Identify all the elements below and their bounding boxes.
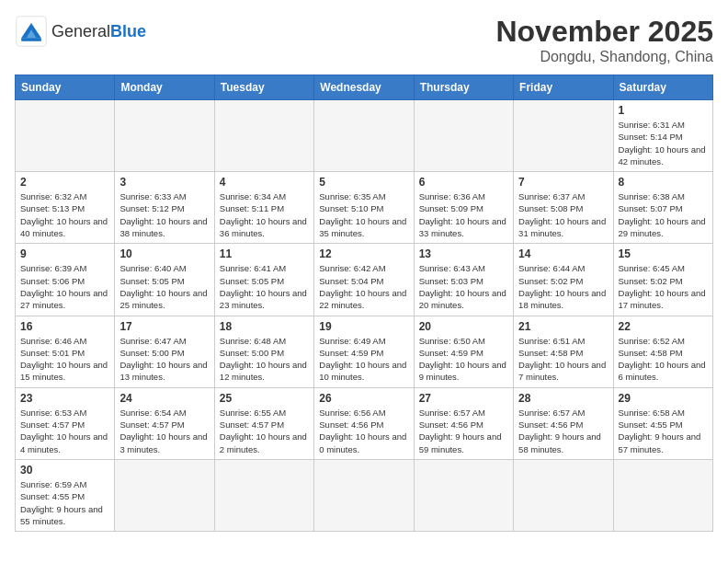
day-number: 8 [619,176,708,189]
calendar-cell: 4Sunrise: 6:34 AMSunset: 5:11 PMDaylight… [214,172,313,244]
month-title: November 2025 [495,15,713,49]
day-number: 11 [220,247,309,260]
day-info: Sunrise: 6:55 AMSunset: 4:57 PMDaylight:… [220,407,309,455]
calendar-cell: 5Sunrise: 6:35 AMSunset: 5:10 PMDaylight… [314,172,414,244]
calendar-cell [16,100,115,172]
day-info: Sunrise: 6:31 AMSunset: 5:14 PMDaylight:… [619,119,708,167]
calendar-cell: 24Sunrise: 6:54 AMSunset: 4:57 PMDayligh… [115,387,214,459]
day-number: 1 [619,104,708,117]
calendar-cell: 26Sunrise: 6:56 AMSunset: 4:56 PMDayligh… [314,387,414,459]
calendar-cell: 25Sunrise: 6:55 AMSunset: 4:57 PMDayligh… [214,387,313,459]
day-number: 19 [319,320,408,333]
calendar-cell: 14Sunrise: 6:44 AMSunset: 5:02 PMDayligh… [514,244,613,316]
day-info: Sunrise: 6:32 AMSunset: 5:13 PMDaylight:… [20,190,109,239]
calendar-cell [514,459,613,531]
calendar-cell: 29Sunrise: 6:58 AMSunset: 4:55 PMDayligh… [613,387,712,459]
calendar-cell [115,100,214,172]
week-row-3: 16Sunrise: 6:46 AMSunset: 5:01 PMDayligh… [16,316,713,387]
weekday-header-monday: Monday [115,75,214,100]
day-number: 29 [619,392,708,405]
calendar-cell [414,459,513,531]
calendar-cell [414,100,513,172]
weekday-header-wednesday: Wednesday [314,75,414,100]
day-info: Sunrise: 6:36 AMSunset: 5:09 PMDaylight:… [419,190,508,239]
day-number: 24 [119,392,209,405]
day-info: Sunrise: 6:40 AMSunset: 5:05 PMDaylight:… [119,262,209,311]
calendar-cell: 20Sunrise: 6:50 AMSunset: 4:59 PMDayligh… [414,316,513,387]
day-info: Sunrise: 6:39 AMSunset: 5:06 PMDaylight:… [20,262,109,311]
week-row-1: 2Sunrise: 6:32 AMSunset: 5:13 PMDaylight… [16,172,713,244]
day-number: 14 [518,247,608,260]
day-number: 6 [419,176,508,189]
week-row-5: 30Sunrise: 6:59 AMSunset: 4:55 PMDayligh… [16,459,713,531]
calendar-cell: 7Sunrise: 6:37 AMSunset: 5:08 PMDaylight… [514,172,613,244]
day-number: 12 [319,247,408,260]
calendar-cell [214,100,313,172]
calendar-cell [214,459,313,531]
week-row-0: 1Sunrise: 6:31 AMSunset: 5:14 PMDaylight… [16,100,713,172]
day-number: 18 [220,320,309,333]
calendar-cell: 12Sunrise: 6:42 AMSunset: 5:04 PMDayligh… [314,244,414,316]
day-info: Sunrise: 6:35 AMSunset: 5:10 PMDaylight:… [319,190,408,239]
logo-text: GeneralBlue [51,23,146,40]
calendar-cell: 28Sunrise: 6:57 AMSunset: 4:56 PMDayligh… [514,387,613,459]
day-info: Sunrise: 6:47 AMSunset: 5:00 PMDaylight:… [119,335,209,384]
calendar-cell [314,100,414,172]
day-info: Sunrise: 6:53 AMSunset: 4:57 PMDaylight:… [20,407,109,455]
day-info: Sunrise: 6:41 AMSunset: 5:05 PMDaylight:… [220,262,309,311]
day-number: 2 [20,176,109,189]
day-info: Sunrise: 6:37 AMSunset: 5:08 PMDaylight:… [518,190,608,239]
calendar-cell: 23Sunrise: 6:53 AMSunset: 4:57 PMDayligh… [16,387,115,459]
logo-icon [15,15,48,48]
calendar: SundayMondayTuesdayWednesdayThursdayFrid… [15,75,713,532]
calendar-cell: 11Sunrise: 6:41 AMSunset: 5:05 PMDayligh… [214,244,313,316]
day-number: 28 [518,392,608,405]
day-info: Sunrise: 6:51 AMSunset: 4:58 PMDaylight:… [518,335,608,384]
calendar-cell: 16Sunrise: 6:46 AMSunset: 5:01 PMDayligh… [16,316,115,387]
logo: GeneralBlue [15,15,146,48]
calendar-cell: 30Sunrise: 6:59 AMSunset: 4:55 PMDayligh… [16,459,115,531]
day-number: 3 [119,176,209,189]
calendar-cell: 10Sunrise: 6:40 AMSunset: 5:05 PMDayligh… [115,244,214,316]
day-info: Sunrise: 6:49 AMSunset: 4:59 PMDaylight:… [319,335,408,384]
weekday-header-friday: Friday [514,75,613,100]
day-number: 9 [20,247,109,260]
calendar-cell: 27Sunrise: 6:57 AMSunset: 4:56 PMDayligh… [414,387,513,459]
day-number: 10 [119,247,209,260]
weekday-header-saturday: Saturday [613,75,712,100]
calendar-cell [314,459,414,531]
calendar-cell: 18Sunrise: 6:48 AMSunset: 5:00 PMDayligh… [214,316,313,387]
day-number: 7 [518,176,608,189]
svg-rect-3 [21,38,41,41]
calendar-cell: 15Sunrise: 6:45 AMSunset: 5:02 PMDayligh… [613,244,712,316]
calendar-cell [613,459,712,531]
day-info: Sunrise: 6:45 AMSunset: 5:02 PMDaylight:… [619,262,708,311]
day-info: Sunrise: 6:33 AMSunset: 5:12 PMDaylight:… [119,190,209,239]
day-info: Sunrise: 6:54 AMSunset: 4:57 PMDaylight:… [119,407,209,455]
weekday-header-thursday: Thursday [414,75,513,100]
calendar-cell: 3Sunrise: 6:33 AMSunset: 5:12 PMDaylight… [115,172,214,244]
calendar-cell: 13Sunrise: 6:43 AMSunset: 5:03 PMDayligh… [414,244,513,316]
day-info: Sunrise: 6:48 AMSunset: 5:00 PMDaylight:… [220,335,309,384]
day-number: 22 [619,320,708,333]
day-info: Sunrise: 6:59 AMSunset: 4:55 PMDaylight:… [20,478,109,527]
weekday-header-row: SundayMondayTuesdayWednesdayThursdayFrid… [16,75,713,100]
day-number: 5 [319,176,408,189]
day-number: 4 [220,176,309,189]
day-number: 15 [619,247,708,260]
day-number: 26 [319,392,408,405]
day-info: Sunrise: 6:57 AMSunset: 4:56 PMDaylight:… [419,407,508,455]
calendar-cell: 2Sunrise: 6:32 AMSunset: 5:13 PMDaylight… [16,172,115,244]
calendar-cell: 9Sunrise: 6:39 AMSunset: 5:06 PMDaylight… [16,244,115,316]
day-number: 21 [518,320,608,333]
page-header: GeneralBlue November 2025 Dongdu, Shando… [15,15,713,65]
calendar-cell: 19Sunrise: 6:49 AMSunset: 4:59 PMDayligh… [314,316,414,387]
day-info: Sunrise: 6:44 AMSunset: 5:02 PMDaylight:… [518,262,608,311]
day-info: Sunrise: 6:50 AMSunset: 4:59 PMDaylight:… [419,335,508,384]
day-number: 16 [20,320,109,333]
calendar-cell: 1Sunrise: 6:31 AMSunset: 5:14 PMDaylight… [613,100,712,172]
calendar-cell [514,100,613,172]
weekday-header-sunday: Sunday [16,75,115,100]
calendar-cell: 8Sunrise: 6:38 AMSunset: 5:07 PMDaylight… [613,172,712,244]
day-info: Sunrise: 6:56 AMSunset: 4:56 PMDaylight:… [319,407,408,455]
